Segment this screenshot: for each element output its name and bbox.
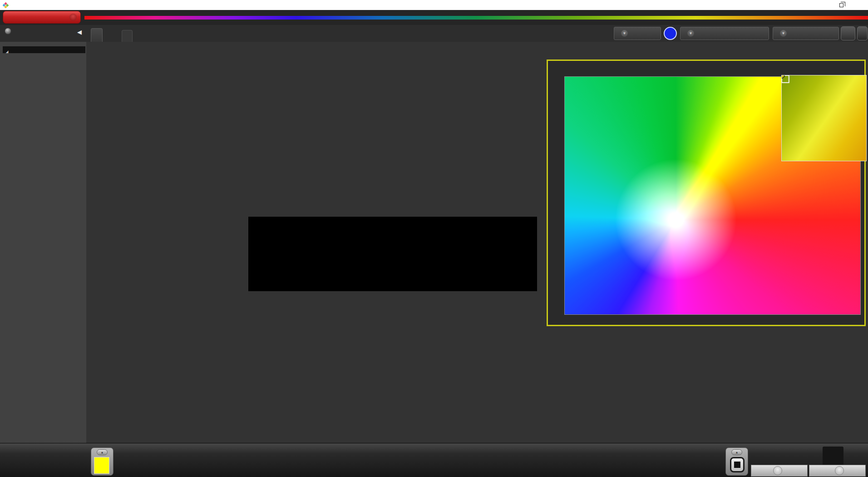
- back-button[interactable]: [751, 465, 808, 477]
- add-tab-button[interactable]: [122, 30, 133, 42]
- workflow-tree: ◢: [3, 46, 85, 53]
- restore-icon[interactable]: [832, 0, 850, 10]
- stop-icon[interactable]: [730, 457, 745, 472]
- minimize-icon[interactable]: [814, 0, 832, 10]
- rainbow-gradient-strip: [84, 16, 868, 20]
- transport-quick-tile[interactable]: ▲: [725, 447, 748, 476]
- chevron-down-icon[interactable]: ▼: [687, 30, 694, 37]
- meter-status-stripe: [614, 27, 616, 40]
- meter-dropdown[interactable]: ▼: [614, 27, 661, 40]
- calman-menu-button[interactable]: [3, 11, 81, 24]
- toolbar: ◀ ▼ ▼ ▼: [0, 25, 868, 42]
- brand-bar: [0, 10, 868, 25]
- refresh-button-backplate: [823, 447, 843, 467]
- cie-inset-marker: [782, 75, 866, 161]
- pattern-generator-dropdown[interactable]: ▼: [680, 27, 769, 40]
- display-status-stripe: [773, 27, 775, 40]
- gear-icon[interactable]: [841, 26, 855, 40]
- sidebar: ◢: [0, 42, 86, 477]
- chevron-down-icon[interactable]: [69, 14, 77, 21]
- expand-up-icon[interactable]: ▲: [97, 449, 108, 455]
- tree-expander-icon[interactable]: ◢: [6, 50, 8, 54]
- app-icon: [3, 2, 9, 8]
- chevron-down-icon[interactable]: ▼: [780, 30, 787, 37]
- saturation-swatch-panel: [248, 217, 537, 291]
- sidebar-pin-button[interactable]: [5, 28, 11, 35]
- pattern-quick-tile[interactable]: ▲: [91, 447, 113, 476]
- back-chevron-icon: [773, 466, 782, 475]
- tab-history-1[interactable]: [91, 28, 103, 42]
- meter-mode-badge[interactable]: [664, 27, 677, 40]
- close-icon[interactable]: [850, 0, 868, 10]
- next-button[interactable]: [809, 465, 866, 477]
- pattern-status-stripe: [681, 27, 682, 40]
- main-content: [86, 42, 868, 443]
- sidebar-collapse-icon[interactable]: ◀: [77, 29, 82, 35]
- display-control-dropdown[interactable]: ▼: [773, 27, 839, 40]
- cie-zoom-inset: [781, 75, 867, 161]
- next-chevron-icon: [835, 466, 844, 475]
- chevron-down-icon[interactable]: ▼: [621, 30, 628, 37]
- window-titlebar: [0, 0, 868, 10]
- quick-pattern-swatch[interactable]: [94, 457, 109, 474]
- cie-1931-panel: [547, 60, 866, 326]
- expand-up-icon[interactable]: ▲: [731, 449, 742, 455]
- workflow-title: [0, 42, 86, 45]
- bottom-bar: ▲ ▲: [0, 443, 868, 477]
- panel-collapse-icon[interactable]: [857, 26, 868, 40]
